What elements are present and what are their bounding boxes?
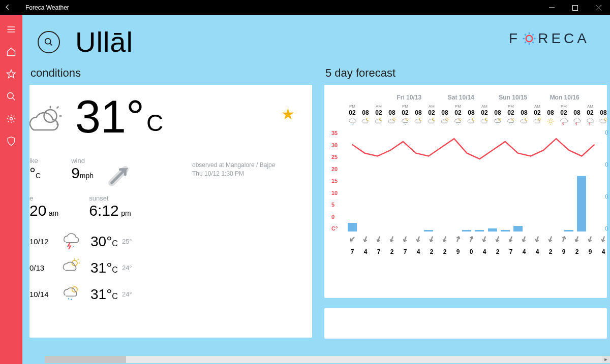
svg-line-70	[552, 119, 553, 120]
svg-point-54	[498, 124, 498, 124]
daily-weather-icon	[60, 230, 90, 253]
precip-bar-slot	[524, 130, 537, 231]
forecast-panel[interactable]: Fri 10/13Sat 10/14Sun 10/15Mon 10/16 PMA…	[324, 85, 607, 298]
forecast-cell: 02	[451, 109, 465, 116]
scrollbar-thumb[interactable]	[45, 356, 126, 363]
daily-row[interactable]: 10/14 31°C 24°	[29, 281, 302, 308]
conditions-panel[interactable]: 31° C ★ observed at Mangalore / Bajpe Th…	[29, 85, 312, 338]
forecast-cell: 08	[465, 109, 478, 116]
precip-bars	[346, 130, 601, 231]
wind-speed-value: 2	[544, 248, 557, 255]
forecast-day-label: Mon 10/16	[550, 94, 601, 101]
forecast-cell	[557, 116, 570, 128]
daily-row[interactable]: 10/12 30°C 25°	[29, 228, 302, 255]
svg-point-34	[71, 299, 72, 300]
forecast-cell: 08	[570, 109, 584, 116]
y-tick-right: 0	[605, 194, 608, 200]
y-tick: 20	[331, 166, 338, 172]
y-tick: 25	[331, 154, 338, 160]
home-button[interactable]	[0, 41, 22, 63]
svg-point-74	[578, 124, 578, 124]
forecast-cell: PM	[346, 102, 359, 109]
daily-high: 30°C	[90, 234, 118, 250]
wind-speed-value: 9	[557, 248, 570, 255]
favorites-button[interactable]	[0, 63, 22, 85]
svg-line-80	[607, 118, 607, 118]
wind-arrow-icon	[584, 236, 597, 244]
forecast-cell	[451, 116, 465, 128]
wind-arrow-icon	[412, 236, 425, 244]
forecast-heading: 5 day forecast	[325, 67, 606, 80]
wind-arrow-icon	[557, 236, 570, 244]
observation-info: observed at Mangalore / Bajpe Thu 10/12 …	[192, 161, 275, 178]
svg-point-26	[67, 246, 68, 247]
wind-speed-value: 4	[597, 248, 610, 255]
forecast-cell	[372, 116, 385, 128]
privacy-button[interactable]	[0, 130, 22, 152]
forecast-cell: 02	[425, 109, 438, 116]
search-button[interactable]	[0, 85, 22, 108]
forecast-wind-speeds: 74727422904274429294	[346, 248, 601, 255]
forecast-cell	[412, 116, 425, 128]
forecast-cell: 02	[346, 109, 359, 116]
forecast-cell	[346, 116, 359, 128]
forecast-cell	[517, 116, 531, 128]
minimize-button[interactable]	[540, 0, 563, 15]
brand-logo: F RECA	[509, 30, 590, 47]
wind-speed-value: 0	[465, 248, 478, 255]
svg-point-50	[457, 123, 458, 124]
wind-speed-value: 4	[517, 248, 531, 255]
maximize-button[interactable]	[563, 0, 587, 15]
conditions-heading: conditions	[30, 67, 311, 80]
wind-speed-value: 4	[412, 248, 425, 255]
forecast-lower-panel[interactable]	[324, 308, 607, 339]
wind-speed-value: 9	[584, 248, 597, 255]
svg-line-18	[532, 42, 534, 43]
forecast-hours-row: 0208020802080208020802080208020802080208	[346, 109, 601, 116]
sunrise-label: e	[29, 194, 58, 202]
y-tick-right: 0	[605, 226, 608, 231]
y-tick: 10	[331, 190, 338, 196]
svg-point-57	[511, 124, 511, 124]
forecast-cell: 02	[557, 109, 570, 116]
y-tick: 0	[331, 214, 338, 220]
location-search-button[interactable]	[38, 31, 60, 53]
scroll-right-button[interactable]: ►	[602, 356, 610, 363]
back-button[interactable]	[0, 4, 15, 12]
precip-bar-slot	[537, 130, 550, 231]
svg-point-51	[458, 124, 459, 124]
close-button[interactable]	[587, 0, 610, 15]
wind-speed-value: 7	[504, 248, 517, 255]
wind-speed-value: 9	[451, 248, 465, 255]
forecast-cell: 08	[359, 109, 372, 116]
forecast-cell	[465, 116, 478, 128]
settings-button[interactable]	[0, 108, 22, 130]
svg-line-31	[78, 259, 79, 260]
forecast-cell: 08	[412, 109, 425, 116]
y-tick: 5	[331, 202, 338, 208]
menu-button[interactable]	[0, 18, 22, 41]
forecast-column: 5 day forecast Fri 10/13Sat 10/14Sun 10/…	[324, 63, 607, 339]
precip-bar-slot	[371, 130, 384, 231]
precip-bar-slot	[550, 130, 563, 231]
svg-line-48	[448, 118, 449, 118]
precip-bar	[577, 176, 586, 231]
forecast-cell	[597, 116, 610, 128]
svg-point-75	[588, 124, 589, 124]
daily-row[interactable]: 0/13 31°C 24°	[29, 255, 302, 281]
forecast-cell	[544, 116, 557, 128]
svg-point-53	[497, 123, 497, 124]
wind-arrow-icon	[465, 236, 478, 244]
daily-low: 25°	[122, 238, 132, 245]
favorite-star-icon[interactable]: ★	[281, 105, 295, 123]
daily-high: 31°C	[90, 286, 118, 303]
svg-point-12	[526, 36, 533, 42]
forecast-cell: PM	[451, 102, 465, 109]
precip-bar-slot	[461, 130, 473, 231]
y-tick: 15	[331, 178, 338, 184]
y-tick: 30	[331, 142, 338, 148]
svg-point-72	[565, 124, 565, 124]
horizontal-scrollbar[interactable]: ◄ ►	[45, 356, 610, 363]
feels-like-value: °	[29, 164, 36, 182]
sunset-block: sunset 6:12 pm	[89, 194, 131, 219]
